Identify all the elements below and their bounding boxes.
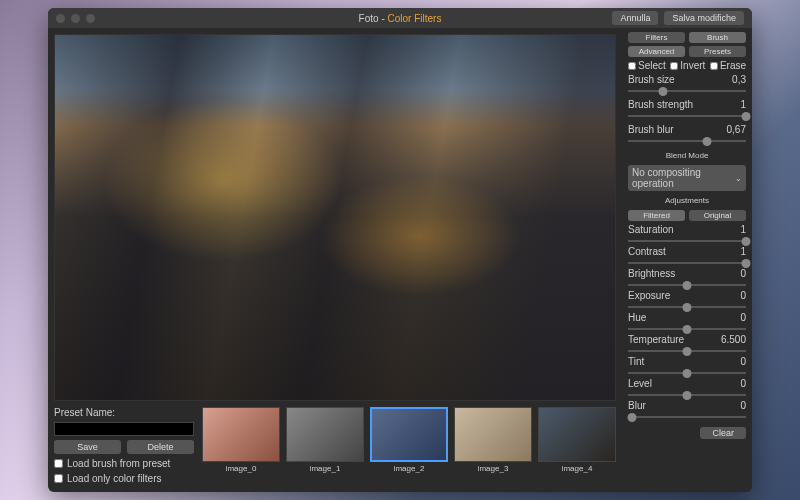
undo-button[interactable]: Annulla [612,11,658,25]
brush-size-label: Brush size [628,74,675,85]
adj-2-value: 0 [740,268,746,279]
preset-name-label: Preset Name: [54,407,194,418]
adj-1-slider[interactable] [628,258,746,268]
adj-4-value: 0 [740,312,746,323]
thumbnail-2[interactable]: image_2 [370,407,448,486]
adj-5-slider[interactable] [628,346,746,356]
adj-4-slider[interactable] [628,324,746,334]
left-pane: Preset Name: Save Delete Load brush from… [48,28,622,492]
adj-7-slider[interactable] [628,390,746,400]
titlebar: Foto - Color Filters Annulla Salva modif… [48,8,752,28]
adj-1-label: Contrast [628,246,666,257]
minimize-icon[interactable] [71,14,80,23]
blend-mode-select[interactable]: No compositing operation [628,165,746,191]
preset-panel: Preset Name: Save Delete Load brush from… [54,407,194,486]
window-title: Foto - Color Filters [359,13,442,24]
adj-8-slider[interactable] [628,412,746,422]
blend-mode-header: Blend Mode [628,151,746,160]
adj-6-value: 0 [740,356,746,367]
load-color-checkbox[interactable]: Load only color filters [54,473,194,484]
thumbnail-4[interactable]: image_4 [538,407,616,486]
close-icon[interactable] [56,14,65,23]
invert-checkbox[interactable]: Invert [670,60,705,71]
thumbnail-3[interactable]: image_3 [454,407,532,486]
adj-0-value: 1 [740,224,746,235]
original-button[interactable]: Original [689,210,746,221]
thumbnail-1[interactable]: image_1 [286,407,364,486]
adj-3-label: Exposure [628,290,670,301]
adj-5-value: 6.500 [721,334,746,345]
adj-1-value: 1 [740,246,746,257]
adj-5-label: Temperature [628,334,684,345]
brush-blur-slider[interactable] [628,136,746,146]
brush-blur-label: Brush blur [628,124,674,135]
brush-blur-value: 0,67 [727,124,746,135]
adj-8-label: Blur [628,400,646,411]
brush-strength-value: 1 [740,99,746,110]
save-changes-button[interactable]: Salva modifiche [664,11,744,25]
thumbnail-strip: image_0 image_1 image_2 image_3 image_4 [202,407,616,486]
adj-0-label: Saturation [628,224,674,235]
adj-7-value: 0 [740,378,746,389]
adj-2-label: Brightness [628,268,675,279]
adj-3-value: 0 [740,290,746,301]
adj-8-value: 0 [740,400,746,411]
select-checkbox[interactable]: Select [628,60,666,71]
tab-filters[interactable]: Filters [628,32,685,43]
zoom-icon[interactable] [86,14,95,23]
erase-checkbox[interactable]: Erase [710,60,746,71]
brush-size-value: 0,3 [732,74,746,85]
thumbnail-0[interactable]: image_0 [202,407,280,486]
adjustments-header: Adjustments [628,196,746,205]
filtered-button[interactable]: Filtered [628,210,685,221]
traffic-lights [56,14,95,23]
adj-4-label: Hue [628,312,646,323]
tab-presets[interactable]: Presets [689,46,746,57]
preset-save-button[interactable]: Save [54,440,121,454]
tab-advanced[interactable]: Advanced [628,46,685,57]
adj-6-slider[interactable] [628,368,746,378]
preset-name-input[interactable] [54,422,194,436]
adj-3-slider[interactable] [628,302,746,312]
clear-button[interactable]: Clear [700,427,746,439]
brush-size-slider[interactable] [628,86,746,96]
app-window: Foto - Color Filters Annulla Salva modif… [48,8,752,492]
right-panel: Filters Brush Advanced Presets Select In… [622,28,752,492]
adj-7-label: Level [628,378,652,389]
brush-strength-label: Brush strength [628,99,693,110]
adj-2-slider[interactable] [628,280,746,290]
adj-6-label: Tint [628,356,644,367]
preset-delete-button[interactable]: Delete [127,440,194,454]
adj-0-slider[interactable] [628,236,746,246]
brush-strength-slider[interactable] [628,111,746,121]
tab-brush[interactable]: Brush [689,32,746,43]
image-canvas[interactable] [54,34,616,401]
load-brush-checkbox[interactable]: Load brush from preset [54,458,194,469]
